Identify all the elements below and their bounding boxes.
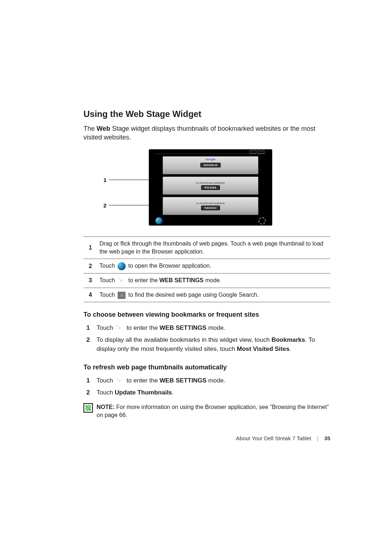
section-heading: Using the Web Stage Widget bbox=[83, 109, 330, 119]
row-text: Drag or flick through the thumbnails of … bbox=[97, 236, 330, 259]
thumbnail-card: Google GOOGLE bbox=[163, 156, 258, 174]
search-icon: ⌕ bbox=[118, 292, 126, 299]
status-bar: ⌕ ≡ bbox=[155, 150, 266, 154]
browser-globe-icon bbox=[155, 217, 163, 224]
gear-icon bbox=[116, 377, 124, 385]
search-icon: ⌕ bbox=[250, 150, 256, 154]
steps-bookmarks: Touch to enter the WEB SETTINGS mode. To… bbox=[83, 322, 330, 355]
thumbnail-badge: PICASA bbox=[201, 185, 220, 190]
table-row: 2 Touch to open the Browser application. bbox=[83, 259, 330, 274]
note-text: For more information on using the Browse… bbox=[97, 404, 329, 418]
row-text: Touch to enter the WEB SETTINGS mode. bbox=[97, 274, 330, 288]
figure-legend-table: 1 Drag or flick through the thumbnails o… bbox=[83, 236, 330, 303]
row-num: 3 bbox=[83, 274, 97, 288]
table-row: 4 Touch ⌕ to find the desired web page u… bbox=[83, 288, 330, 302]
thumbnail-note: no thumbnail available bbox=[196, 181, 225, 185]
browser-globe-icon bbox=[118, 262, 126, 270]
list-item: Touch Update Thumbnails. bbox=[83, 387, 330, 399]
subheading-bookmarks: To choose between viewing bookmarks or f… bbox=[83, 311, 330, 319]
note-block: NOTE: For more information on using the … bbox=[83, 403, 330, 420]
page-footer: About Your Dell Streak 7 Tablet | 35 bbox=[83, 435, 330, 441]
subheading-refresh: To refresh web page thumbnails automatic… bbox=[83, 364, 330, 371]
page-number: 35 bbox=[324, 435, 330, 441]
table-row: 3 Touch to enter the WEB SETTINGS mode. bbox=[83, 274, 330, 288]
intro-after: Stage widget displays thumbnails of book… bbox=[83, 125, 315, 141]
thumbnail-card: no thumbnail available PICASA bbox=[163, 177, 258, 195]
intro-bold: Web bbox=[97, 125, 110, 132]
steps-refresh: Touch to enter the WEB SETTINGS mode. To… bbox=[83, 375, 330, 398]
list-item: Touch to enter the WEB SETTINGS mode. bbox=[83, 322, 330, 334]
footer-separator: | bbox=[317, 435, 318, 441]
note-label: NOTE: bbox=[97, 404, 115, 410]
intro-paragraph: The Web Stage widget displays thumbnails… bbox=[83, 124, 330, 142]
thumbnail-card: no thumbnail available YAHOO! bbox=[163, 197, 258, 215]
thumbnail-heading: Google bbox=[205, 158, 216, 161]
thumbnail-badge: YAHOO! bbox=[201, 206, 220, 210]
gear-icon bbox=[258, 217, 266, 224]
list-item: To display all the available bookmarks i… bbox=[83, 334, 330, 355]
thumbnail-note: no thumbnail available bbox=[196, 202, 225, 205]
menu-icon: ≡ bbox=[258, 150, 264, 154]
note-icon bbox=[83, 403, 93, 413]
gear-icon bbox=[116, 324, 124, 332]
table-row: 1 Drag or flick through the thumbnails o… bbox=[83, 236, 330, 259]
gear-icon bbox=[118, 277, 126, 285]
row-num: 1 bbox=[83, 236, 97, 259]
figure-web-stage-widget: 1 2 3 4 ⌕ ≡ Google GOOGLE bbox=[83, 149, 330, 229]
row-num: 2 bbox=[83, 259, 97, 274]
thumbnail-badge: GOOGLE bbox=[200, 163, 221, 167]
row-text: Touch ⌕ to find the desired web page usi… bbox=[97, 288, 330, 302]
row-text: Touch to open the Browser application. bbox=[97, 259, 330, 274]
intro-before: The bbox=[83, 125, 97, 132]
row-num: 4 bbox=[83, 288, 97, 302]
footer-section: About Your Dell Streak 7 Tablet bbox=[236, 435, 311, 441]
device-screenshot: ⌕ ≡ Google GOOGLE no thumbnail available… bbox=[149, 149, 272, 226]
list-item: Touch to enter the WEB SETTINGS mode. bbox=[83, 375, 330, 387]
